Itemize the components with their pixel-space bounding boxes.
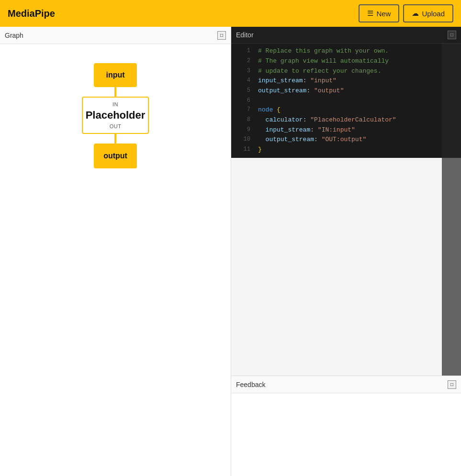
right-panel: Editor □ 1# Replace this graph with your… [231, 27, 461, 476]
graph-content[interactable]: input IN Placeholder OUT output [0, 44, 231, 476]
line-number: 1 [237, 46, 250, 55]
code-token: calculator [258, 116, 303, 123]
code-token: : [310, 126, 318, 133]
code-token: "output" [314, 87, 344, 94]
code-line: 7node { [231, 105, 461, 115]
header-buttons: ☰ New ☁ Upload [359, 4, 453, 22]
connector-bottom [114, 134, 116, 144]
placeholder-out-label: OUT [110, 123, 122, 129]
upload-button-label: Upload [422, 10, 445, 18]
upload-icon: ☁ [412, 9, 419, 18]
upload-button[interactable]: ☁ Upload [403, 4, 453, 22]
main-layout: Graph □ input IN Placeholder OUT outp [0, 27, 461, 476]
line-number: 8 [237, 115, 250, 124]
line-number: 5 [237, 86, 250, 95]
code-line: 5output_stream: "output" [231, 86, 461, 96]
line-number: 4 [237, 76, 250, 85]
editor-content[interactable]: 1# Replace this graph with your own.2# T… [231, 44, 461, 158]
code-line: 11} [231, 145, 461, 155]
editor-inner: 1# Replace this graph with your own.2# T… [231, 44, 461, 376]
code-text: input_stream: "IN:input" [258, 125, 355, 135]
code-line: 3# update to reflect your changes. [231, 66, 461, 77]
code-token: # update to reflect your changes. [258, 67, 381, 75]
line-number: 6 [237, 96, 250, 105]
placeholder-node[interactable]: IN Placeholder OUT [82, 97, 149, 134]
code-text: output_stream: "output" [258, 86, 344, 96]
input-node[interactable]: input [94, 63, 137, 87]
output-node[interactable]: output [94, 144, 137, 168]
code-text: input_stream: "input" [258, 76, 337, 86]
feedback-panel: Feedback □ [231, 376, 461, 476]
editor-panel-label: Editor [236, 31, 254, 39]
code-text: # update to reflect your changes. [258, 66, 381, 77]
code-text: # The graph view will automatically [258, 56, 389, 66]
feedback-panel-header: Feedback □ [231, 376, 461, 393]
code-line: 4input_stream: "input" [231, 76, 461, 86]
graph-panel-label: Graph [5, 32, 23, 39]
new-button[interactable]: ☰ New [359, 4, 399, 22]
graph-flow: input IN Placeholder OUT output [10, 54, 221, 168]
header: MediaPipe ☰ New ☁ Upload [0, 0, 461, 27]
code-token: : [303, 116, 311, 123]
app-title: MediaPipe [8, 8, 55, 19]
line-number: 7 [237, 105, 250, 114]
code-token: "OUT:output" [322, 136, 367, 143]
code-token: "IN:input" [318, 126, 355, 133]
code-line: 10 output_stream: "OUT:output" [231, 135, 461, 145]
connector-top [114, 87, 116, 97]
code-token: { [277, 106, 281, 113]
code-text: output_stream: "OUT:output" [258, 135, 366, 145]
editor-panel: Editor □ 1# Replace this graph with your… [231, 27, 461, 376]
editor-expand-button[interactable]: □ [448, 31, 456, 39]
code-text: calculator: "PlaceholderCalculator" [258, 115, 396, 125]
code-text: node { [258, 105, 281, 115]
placeholder-node-label: Placeholder [86, 109, 146, 122]
code-token: } [258, 146, 262, 153]
code-token: "PlaceholderCalculator" [310, 116, 396, 123]
feedback-panel-label: Feedback [236, 381, 265, 388]
code-token: input_stream [258, 126, 310, 133]
menu-icon: ☰ [367, 9, 373, 18]
code-token: # Replace this graph with your own. [258, 47, 389, 55]
code-token: output_stream [258, 87, 306, 94]
code-line: 6 [231, 96, 461, 105]
placeholder-in-label: IN [112, 101, 118, 107]
graph-expand-button[interactable]: □ [217, 31, 226, 40]
output-node-label: output [103, 152, 127, 160]
new-button-label: New [376, 10, 391, 18]
feedback-content[interactable] [231, 393, 461, 476]
code-text: } [258, 145, 262, 155]
line-number: 10 [237, 135, 250, 144]
code-token: : [314, 136, 322, 143]
code-token: # The graph view will automatically [258, 57, 389, 65]
line-number: 2 [237, 56, 250, 66]
line-number: 11 [237, 145, 250, 154]
code-token: : [306, 87, 314, 94]
code-line: 2# The graph view will automatically [231, 56, 461, 66]
line-number: 9 [237, 125, 250, 134]
code-line: 9 input_stream: "IN:input" [231, 125, 461, 135]
feedback-expand-button[interactable]: □ [448, 380, 456, 389]
code-line: 1# Replace this graph with your own. [231, 46, 461, 56]
code-token: output_stream [258, 136, 314, 143]
graph-panel: Graph □ input IN Placeholder OUT outp [0, 27, 231, 476]
graph-panel-header: Graph □ [0, 27, 231, 44]
editor-panel-header: Editor □ [231, 27, 461, 44]
code-token: : [303, 77, 311, 84]
editor-minimap [442, 44, 461, 376]
line-number: 3 [237, 66, 250, 76]
code-token [273, 106, 277, 113]
code-line: 8 calculator: "PlaceholderCalculator" [231, 115, 461, 125]
code-token: "input" [310, 77, 337, 84]
code-token: input_stream [258, 77, 303, 84]
code-token: node [258, 106, 273, 113]
code-text: # Replace this graph with your own. [258, 46, 389, 56]
input-node-label: input [106, 71, 124, 79]
